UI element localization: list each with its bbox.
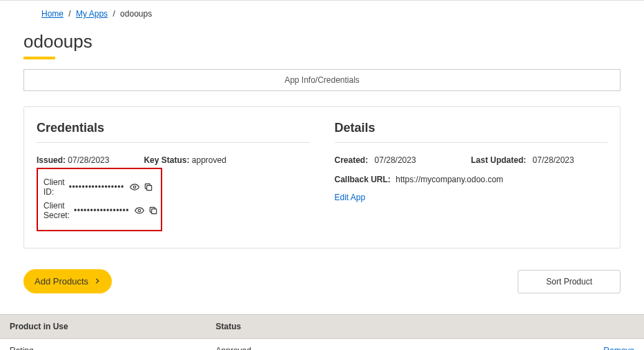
svg-rect-3	[152, 209, 157, 214]
client-id-row: Client ID: •••••••••••••••••	[43, 177, 155, 197]
copy-icon	[148, 206, 158, 215]
col-action-header	[560, 315, 644, 339]
title-underline	[23, 57, 55, 59]
page-title: odooups	[23, 31, 630, 57]
app-details-card: Credentials Issued: 07/28/2023 Key Statu…	[23, 106, 621, 249]
col-status-header: Status	[206, 315, 560, 339]
client-id-value: •••••••••••••••••	[69, 182, 124, 192]
callback-value: https://mycompany.odoo.com	[396, 175, 503, 184]
key-status-label: Key Status:	[144, 155, 189, 165]
svg-point-0	[133, 186, 136, 188]
details-dates: Created: 07/28/2023 Last Updated: 07/28/…	[335, 155, 608, 165]
key-status-value: approved	[192, 155, 226, 165]
copy-icon	[144, 182, 153, 192]
table-row: Rating Approved Remove	[0, 339, 644, 351]
created-label: Created:	[335, 155, 369, 165]
breadcrumb: Home / My Apps / odooups	[14, 1, 630, 24]
client-secret-row: Client Secret: •••••••••••••••••	[43, 201, 155, 220]
edit-app-link[interactable]: Edit App	[335, 193, 608, 202]
client-id-label: Client ID:	[43, 177, 65, 197]
details-title: Details	[335, 121, 608, 143]
eye-icon	[130, 182, 139, 192]
created-value: 07/28/2023	[375, 155, 416, 165]
add-products-button[interactable]: Add Products	[23, 269, 112, 293]
breadcrumb-current: odooups	[120, 9, 152, 19]
copy-client-id-icon[interactable]	[144, 182, 153, 192]
breadcrumb-sep: /	[68, 9, 70, 19]
credentials-meta: Issued: 07/28/2023 Key Status: approved	[37, 155, 310, 165]
product-cell: Rating	[0, 339, 206, 351]
copy-client-secret-icon[interactable]	[148, 206, 158, 215]
reveal-client-id-icon[interactable]	[130, 182, 139, 192]
actions-row: Add Products Sort Product	[23, 269, 621, 293]
credentials-title: Credentials	[37, 121, 310, 143]
reveal-client-secret-icon[interactable]	[135, 206, 144, 215]
updated-value: 07/28/2023	[533, 155, 574, 165]
svg-rect-1	[146, 186, 151, 191]
client-secret-value: •••••••••••••••••	[74, 206, 129, 215]
sort-product-button[interactable]: Sort Product	[518, 270, 621, 293]
breadcrumb-home[interactable]: Home	[41, 9, 64, 19]
svg-point-2	[138, 209, 141, 212]
callback-label: Callback URL:	[335, 175, 391, 184]
credentials-highlight-box: Client ID: ••••••••••••••••• Client Secr…	[37, 168, 162, 231]
credentials-section: Credentials Issued: 07/28/2023 Key Statu…	[37, 121, 310, 231]
breadcrumb-myapps[interactable]: My Apps	[76, 9, 108, 19]
issued-label: Issued:	[37, 155, 66, 165]
chevron-right-icon	[94, 276, 101, 286]
status-cell: Approved	[206, 339, 560, 351]
add-products-label: Add Products	[35, 276, 88, 286]
col-product-header: Product in Use	[0, 315, 206, 339]
updated-label: Last Updated:	[471, 155, 526, 165]
products-table: Product in Use Status Rating Approved Re…	[0, 314, 644, 350]
issued-value: 07/28/2023	[68, 155, 109, 165]
eye-icon	[135, 206, 144, 215]
remove-link[interactable]: Remove	[603, 346, 634, 350]
breadcrumb-sep: /	[113, 9, 115, 19]
client-secret-label: Client Secret:	[43, 201, 70, 220]
app-info-bar[interactable]: App Info/Credentials	[23, 69, 621, 91]
details-section: Details Created: 07/28/2023 Last Updated…	[335, 121, 608, 231]
callback-row: Callback URL: https://mycompany.odoo.com	[335, 175, 608, 184]
